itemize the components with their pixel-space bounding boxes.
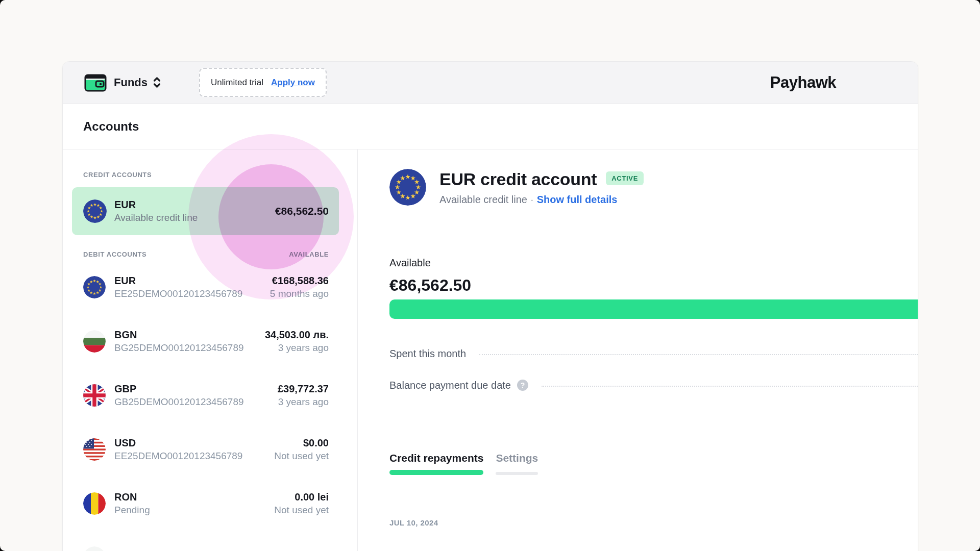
account-last-used: Not used yet — [274, 449, 329, 462]
trial-banner: Unlimited trial Apply now — [199, 68, 327, 97]
active-tab-indicator — [389, 470, 483, 475]
account-iban: EE25DEMO00120123456789 — [114, 449, 242, 462]
us-flag-icon — [83, 438, 106, 461]
eu-flag-icon — [83, 199, 107, 223]
show-full-details-link[interactable]: Show full details — [537, 194, 618, 205]
accounts-card: Funds Unlimited trial Apply now Payhawk … — [62, 61, 918, 551]
funds-nav-switcher[interactable]: Funds — [84, 73, 161, 92]
account-currency: EUR — [114, 274, 242, 287]
account-last-used: Not used yet — [274, 504, 329, 516]
eu-flag-icon — [83, 276, 106, 298]
account-amount: 34,503.00 лв. — [265, 329, 329, 341]
tab-label: Credit repayments — [389, 452, 483, 465]
funds-nav-label: Funds — [114, 76, 148, 89]
account-currency: RON — [114, 491, 150, 504]
debit-account-row-bgn[interactable]: BGN BG25DEMO00120123456789 34,503.00 лв.… — [72, 325, 339, 357]
account-tabs: Credit repayments Settings — [389, 452, 918, 475]
ro-flag-icon — [83, 492, 106, 515]
account-subtitle: Available credit line — [114, 211, 198, 224]
account-iban: EE25DEMO00120123456789 — [114, 287, 242, 300]
account-amount: 0.00 lei — [295, 491, 329, 504]
debit-account-row-pln[interactable]: PLN 0.00 zł — [72, 542, 339, 551]
available-column-label: AVAILABLE — [289, 251, 329, 258]
accounts-sidebar: CREDIT ACCOUNTS EUR Available credit lin… — [63, 149, 358, 551]
available-amount: €86,562.50 — [389, 275, 918, 295]
account-amount: $0.00 — [303, 437, 329, 449]
debit-account-row-gbp[interactable]: GBP GB25DEMO00120123456789 £39,772.37 3 … — [72, 380, 339, 411]
tab-settings[interactable]: Settings — [496, 452, 538, 475]
trial-text: Unlimited trial — [211, 78, 263, 88]
account-last-used: 3 years ago — [278, 395, 329, 408]
credit-accounts-label: CREDIT ACCOUNTS — [72, 171, 339, 179]
spent-this-month-label: Spent this month — [389, 346, 466, 361]
debit-account-row-ron[interactable]: RON Pending 0.00 lei Not used yet — [72, 488, 339, 519]
balance-due-date-row: Balance payment due date ? — [389, 378, 918, 392]
subtitle-separator: · — [530, 194, 534, 205]
apply-now-link[interactable]: Apply now — [271, 78, 315, 88]
account-detail-panel: EUR credit account ACTIVE Available cred… — [358, 149, 918, 551]
payhawk-app-window: Funds Unlimited trial Apply now Payhawk … — [0, 0, 980, 551]
payhawk-logo: Payhawk — [770, 73, 836, 92]
debit-accounts-label: DEBIT ACCOUNTS — [83, 251, 146, 258]
account-last-used: 5 months ago — [270, 287, 329, 300]
spent-this-month-row: Spent this month — [389, 346, 918, 361]
account-currency: BGN — [114, 329, 244, 341]
help-icon[interactable]: ? — [517, 380, 528, 391]
bg-flag-icon — [83, 330, 106, 353]
account-amount: €86,562.50 — [275, 205, 329, 217]
pl-flag-icon — [83, 546, 106, 551]
account-detail-title: EUR credit account — [439, 169, 597, 189]
account-iban: GB25DEMO00120123456789 — [114, 395, 244, 408]
account-iban: BG25DEMO00120123456789 — [114, 341, 244, 354]
debit-account-row-eur[interactable]: EUR EE25DEMO00120123456789 €168,588.36 5… — [72, 271, 339, 303]
status-badge: ACTIVE — [606, 171, 644, 185]
gb-flag-icon — [83, 384, 106, 407]
page-title-row: Accounts — [63, 104, 918, 149]
account-currency: EUR — [114, 198, 198, 211]
chevron-up-down-icon — [153, 77, 161, 88]
tab-credit-repayments[interactable]: Credit repayments — [389, 452, 483, 475]
page-title: Accounts — [83, 119, 139, 134]
inactive-tab-indicator — [496, 472, 538, 475]
account-currency: GBP — [114, 383, 244, 395]
account-currency: USD — [114, 437, 242, 449]
account-amount: €168,588.36 — [272, 274, 329, 287]
account-detail-header: EUR credit account ACTIVE Available cred… — [389, 169, 918, 207]
credit-account-row-eur[interactable]: EUR Available credit line €86,562.50 — [72, 187, 339, 235]
available-progress-bar — [389, 299, 918, 319]
transaction-date-header: JUL 10, 2024 — [389, 518, 918, 528]
tab-label: Settings — [496, 452, 538, 465]
debit-accounts-list: EUR EE25DEMO00120123456789 €168,588.36 5… — [72, 271, 339, 551]
account-last-used: 3 years ago — [278, 341, 329, 354]
debit-account-row-usd[interactable]: USD EE25DEMO00120123456789 $0.00 Not use… — [72, 434, 339, 465]
debit-accounts-header: DEBIT ACCOUNTS AVAILABLE — [72, 251, 339, 258]
dotted-leader — [542, 386, 918, 387]
app-header: Funds Unlimited trial Apply now Payhawk — [63, 62, 918, 104]
account-status: Pending — [114, 504, 150, 516]
account-amount: £39,772.37 — [278, 383, 329, 395]
dotted-leader — [479, 354, 918, 355]
balance-due-date-label: Balance payment due date — [389, 378, 511, 392]
wallet-icon — [84, 73, 107, 92]
available-label: Available — [389, 257, 918, 269]
eu-flag-icon — [389, 169, 426, 206]
account-detail-subtitle: Available credit line — [439, 194, 527, 205]
